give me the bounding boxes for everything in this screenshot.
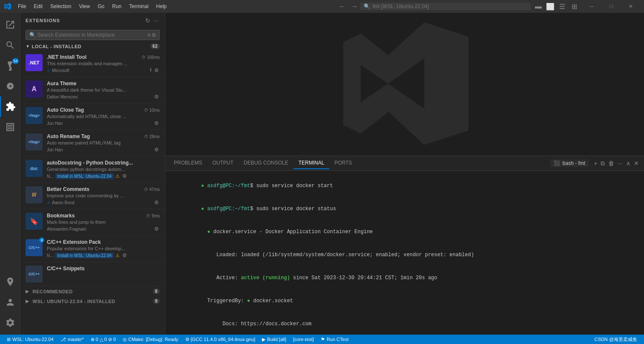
extension-settings-button[interactable]: ⚙	[153, 67, 160, 73]
verified-icon: ✓	[47, 200, 50, 205]
status-git-branch[interactable]: ⎇ master*	[57, 335, 87, 344]
extension-body: autoDocstring - Python Docstring... Gene…	[47, 160, 160, 179]
extension-icon: C/C++ 3	[26, 239, 43, 256]
title-search[interactable]: 🔍	[360, 3, 531, 10]
maximize-button[interactable]: □	[601, 0, 621, 13]
back-button[interactable]: ←	[336, 3, 348, 10]
extension-name: C/C++ Snippets	[47, 266, 85, 272]
close-button[interactable]: ✕	[621, 0, 641, 13]
terminal-instance[interactable]: ⬛ bash - fmt	[550, 159, 589, 167]
install-wsl-badge: Install in WSL: Ubuntu-22.04	[55, 253, 114, 258]
extension-author: Jun Han	[47, 147, 63, 152]
split-terminal-button[interactable]: ⧉	[599, 159, 607, 168]
status-errors[interactable]: ⊗ 0 △ 0 ⊘ 0	[87, 335, 120, 344]
extension-settings-button[interactable]: ⚙	[121, 252, 128, 258]
layout-icon-4[interactable]: ⊞	[570, 2, 578, 11]
extension-name: Auto Close Tag	[47, 107, 84, 113]
menu-edit[interactable]: Edit	[30, 3, 46, 10]
sidebar-actions: ↻ ···	[144, 16, 160, 25]
extension-icon: .NET	[26, 54, 43, 71]
sidebar-item-source-control[interactable]: 54	[0, 55, 20, 76]
tab-ports[interactable]: PORTS	[329, 157, 357, 169]
sidebar-item-testing[interactable]	[0, 117, 20, 137]
list-item[interactable]: </tag> Auto Close Tag ⏱ 10ms Automatical…	[20, 104, 165, 130]
menu-file[interactable]: File	[14, 3, 29, 10]
menu-go[interactable]: Go	[94, 3, 108, 10]
local-installed-header[interactable]: ▼ LOCAL - INSTALLED 62	[20, 42, 165, 51]
status-build[interactable]: ▶ Build [all]	[259, 335, 290, 344]
sidebar-item-extensions[interactable]	[0, 96, 20, 117]
sidebar-item-search[interactable]	[0, 35, 20, 55]
menu-selection[interactable]: Selection	[47, 3, 75, 10]
sort-icon[interactable]: ⧉	[152, 32, 156, 38]
main-layout: 54 EXTENSIONS ↻ ··· 🔍	[0, 13, 644, 335]
section-label: LOCAL - INSTALLED	[32, 44, 81, 49]
extension-body: C/C++ Snippets	[47, 266, 160, 272]
layout-icon-1[interactable]: ▬	[534, 2, 543, 11]
extension-name: .NET Install Tool	[47, 54, 86, 60]
layout-icon-3[interactable]: ☰	[558, 2, 566, 11]
maximize-panel-button[interactable]: ∧	[624, 159, 632, 168]
close-panel-button[interactable]: ✕	[632, 159, 641, 168]
sidebar-item-accounts[interactable]	[0, 292, 20, 312]
menu-help[interactable]: Help	[153, 3, 170, 10]
forward-button[interactable]: →	[348, 3, 360, 10]
refresh-button[interactable]: ↻	[144, 16, 151, 25]
build-icon: ▶	[262, 337, 265, 342]
menu-terminal[interactable]: Terminal	[126, 3, 152, 10]
extension-settings-button[interactable]: ⚙	[153, 226, 160, 232]
status-watermark: CSDN @海里卖咸鱼	[591, 335, 641, 344]
info-icon[interactable]: ℹ	[150, 67, 152, 73]
sidebar-item-debug[interactable]	[0, 76, 20, 96]
list-item[interactable]: C/C++ C/C++ Snippets	[20, 262, 165, 286]
terminal-instance-label: bash - fmt	[563, 160, 585, 166]
status-run[interactable]: [core-test]	[290, 335, 317, 344]
more-actions-button[interactable]: ···	[153, 16, 160, 25]
kill-terminal-button[interactable]: 🗑	[607, 159, 616, 168]
extension-time: ⏱ 9ms	[146, 214, 160, 218]
sidebar-item-explorer[interactable]	[0, 14, 20, 35]
recommended-header[interactable]: ▶ RECOMMENDED 8	[20, 286, 165, 296]
tab-output[interactable]: OUTPUT	[207, 157, 239, 169]
status-cmake[interactable]: ◎ CMake: [Debug]: Ready	[119, 335, 181, 344]
extension-meta: Dalton Menezes ⚙	[47, 94, 160, 100]
extension-name: C/C++ Extension Pack	[47, 239, 101, 245]
list-item[interactable]: A Aura Theme A beautiful dark theme for …	[20, 77, 165, 104]
extension-settings-button[interactable]: ⚙	[153, 120, 160, 126]
extension-settings-button[interactable]: ⚙	[153, 199, 160, 205]
new-terminal-button[interactable]: +	[592, 159, 599, 168]
terminal-body[interactable]: ● asdfg@PC:~/fmt$ sudo service docker st…	[165, 171, 644, 335]
list-item[interactable]: 🔖 Bookmarks ⏱ 9ms Mark lines and jump to…	[20, 209, 165, 236]
sidebar-item-settings[interactable]	[0, 312, 20, 333]
activity-bar: 54	[0, 13, 20, 335]
install-wsl-badge: Install in WSL: Ubuntu-22.04	[55, 173, 114, 179]
wsl-installed-header[interactable]: ▶ WSL: UBUNTU-22.04 - INSTALLED 9	[20, 296, 165, 306]
terminal-line: Active: active (running) since Sat 2023-…	[170, 266, 639, 289]
list-item[interactable]: .NET .NET Install Tool ⏱ 166ms This exte…	[20, 51, 165, 77]
title-search-input[interactable]	[373, 3, 527, 9]
status-remote[interactable]: ⊞ WSL: Ubuntu-22.04	[3, 335, 57, 344]
extension-search-box[interactable]: 🔍 ≡ ⧉	[26, 30, 160, 40]
extension-settings-button[interactable]: ⚙	[121, 173, 128, 179]
extension-settings-button[interactable]: ⚙	[153, 94, 160, 100]
status-ctest[interactable]: ⚑ Run CTest	[317, 335, 352, 344]
layout-icon-2[interactable]: ⬜	[546, 2, 555, 11]
status-compiler[interactable]: ⚙ [GCC 11.4.0 x86_64-linux-gnu]	[182, 335, 259, 344]
filter-icon[interactable]: ≡	[147, 32, 150, 38]
sidebar-item-remote[interactable]	[0, 272, 20, 292]
more-terminal-button[interactable]: ···	[616, 159, 624, 168]
menu-view[interactable]: View	[75, 3, 93, 10]
list-item[interactable]: /// Better Comments ⏱ 47ms Improve your …	[20, 183, 165, 209]
list-item[interactable]: C/C++ 3 C/C++ Extension Pack Popular ext…	[20, 236, 165, 262]
tab-terminal[interactable]: TERMINAL	[293, 157, 330, 169]
list-item[interactable]: </tag> Auto Rename Tag ⏱ 28ms Auto renam…	[20, 130, 165, 156]
extension-settings-button[interactable]: ⚙	[153, 147, 160, 153]
list-item[interactable]: doc autoDocstring - Python Docstring... …	[20, 156, 165, 183]
extension-meta: N... Install in WSL: Ubuntu-22.04 ⚠ ⚙	[47, 252, 160, 258]
menu-run[interactable]: Run	[109, 3, 125, 10]
extension-author: Dalton Menezes	[47, 95, 78, 99]
tab-problems[interactable]: PROBLEMS	[169, 157, 207, 169]
extension-search-input[interactable]	[37, 32, 146, 38]
minimize-button[interactable]: ─	[582, 0, 601, 13]
tab-debug-console[interactable]: DEBUG CONSOLE	[239, 157, 293, 169]
